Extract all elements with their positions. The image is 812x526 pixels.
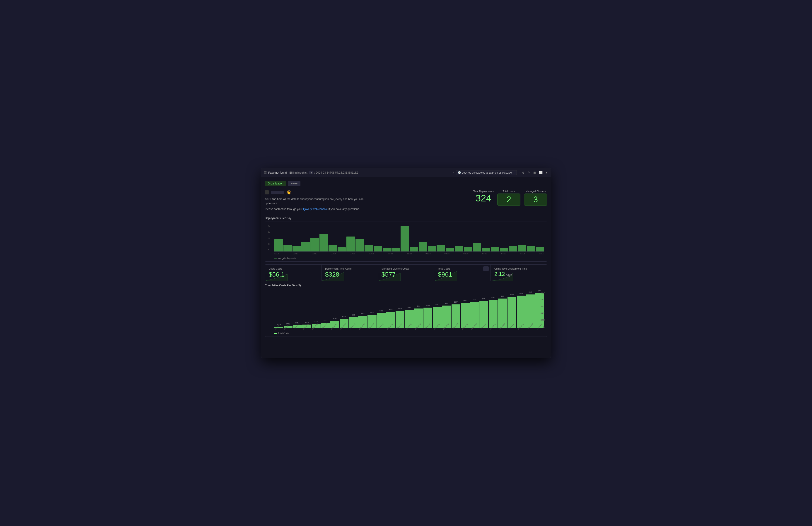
- deployment-bar-2: [292, 246, 301, 252]
- breadcrumb-hash: ■: [309, 171, 314, 174]
- deployment-bar-25: [500, 248, 508, 252]
- breadcrumb: Page not found › Billing insights / ■ / …: [268, 171, 358, 174]
- x-label-dep-2: 02/12: [312, 253, 317, 255]
- breadcrumb-sep2: /: [307, 171, 308, 174]
- refresh-icon[interactable]: ↻: [527, 170, 531, 175]
- toolbar-right: ‹ 🕐 2024-02-08 00:00:00 to 2024-03-08 00…: [453, 170, 548, 175]
- deployment-bar-18: [437, 245, 445, 252]
- deployment-bar-9: [356, 239, 364, 252]
- cumulative-bar-label-9: $323: [361, 313, 364, 314]
- legend-color-deployments: [274, 258, 277, 258]
- deployments-chart-title: Deployments Per Day: [265, 216, 547, 220]
- deployment-bar-26: [509, 246, 517, 252]
- cumulative-bar-24: $809: [498, 299, 507, 328]
- y-label-20: 20: [268, 237, 270, 239]
- cost-total-value: $961: [438, 271, 487, 278]
- y-label-0: 0: [268, 249, 270, 252]
- legend-color-cumulative: [274, 333, 277, 334]
- hamburger-icon[interactable]: ☰: [264, 171, 267, 175]
- time-range-selector[interactable]: 🕐 2024-02-08 00:00:00 to 2024-03-08 00:0…: [456, 170, 517, 175]
- deployment-bar-29: [536, 247, 544, 252]
- cumulative-bar-21: $710: [470, 302, 479, 328]
- cumulative-bar-label-10: $357: [370, 312, 374, 313]
- cumulative-bar-label-15: $533: [417, 305, 420, 307]
- breadcrumb-billing: Billing insights: [289, 171, 306, 174]
- deployment-bar-7: [337, 247, 346, 252]
- deployments-chart-section: Deployments Per Day 40 30 20 10 0 02/080…: [265, 216, 547, 262]
- cumulative-bar-26: $891: [517, 296, 526, 328]
- toolbar: ☰ Page not found › Billing insights / ■ …: [261, 168, 551, 177]
- deployments-bar-chart: 40 30 20 10 0 02/0802/1002/1202/1402/160…: [265, 222, 547, 262]
- cost-users-card: Users Costs $56.1: [265, 265, 321, 281]
- cumulative-bar-label-20: $680: [464, 300, 467, 301]
- app-window: ☰ Page not found › Billing insights / ■ …: [261, 168, 551, 358]
- deployment-bar-27: [518, 245, 526, 252]
- deployment-bar-0: [274, 239, 283, 252]
- x-label-dep-4: 02/16: [350, 253, 355, 255]
- tab-second[interactable]: ■■■■: [288, 181, 301, 186]
- stat-managed-clusters: Managed Clusters 3: [524, 190, 547, 206]
- cumulative-bar-22: $741: [479, 301, 488, 328]
- cumul-y-600: $600: [540, 305, 545, 307]
- deployment-bar-24: [491, 247, 499, 252]
- expand-icon[interactable]: ⊞: [533, 170, 536, 175]
- breadcrumb-page: Page not found: [268, 171, 287, 174]
- monitor-icon[interactable]: ⬜: [538, 170, 543, 175]
- deployment-bar-4: [310, 238, 319, 252]
- dropdown-icon[interactable]: ▾: [545, 170, 548, 175]
- x-label-dep-14: 03/07: [539, 253, 544, 255]
- cumulative-bar-label-14: $501: [408, 306, 411, 308]
- cumulative-x-labels: 2024-02-082024-02-092024-02-102024-02-11…: [274, 328, 544, 331]
- breadcrumb-sep1: ›: [288, 171, 288, 174]
- deployments-x-labels: 02/0802/1002/1202/1402/1602/1802/2002/22…: [274, 252, 544, 256]
- qovery-console-link[interactable]: Qovery web console: [303, 208, 328, 211]
- stat-total-deployments-value: 324: [473, 194, 494, 203]
- legend-text-cumulative: Total Costs: [278, 332, 289, 335]
- deployment-bar-21: [464, 247, 472, 252]
- org-contact: Please contact us through your Qovery we…: [265, 207, 374, 211]
- cumulative-bar-label-21: $710: [473, 299, 477, 301]
- zoom-icon[interactable]: ⊕: [521, 170, 525, 175]
- nav-next-icon[interactable]: ›: [519, 171, 520, 174]
- x-label-dep-10: 02/28: [463, 253, 468, 255]
- cumulative-bar-20: $680: [461, 303, 470, 328]
- cost-deployment-time-card: Deployment Time Costs $328: [321, 265, 378, 281]
- nav-prev-icon[interactable]: ‹: [453, 171, 454, 174]
- org-description: You'll find here all the details about y…: [265, 197, 374, 206]
- deployment-bar-8: [346, 237, 355, 251]
- contact-prefix: Please contact us through your: [265, 208, 302, 211]
- cumulative-bar-label-25: $858: [510, 294, 513, 295]
- deployment-bar-17: [428, 246, 436, 252]
- x-label-dep-7: 02/22: [407, 253, 412, 255]
- deployment-bar-15: [410, 247, 418, 252]
- cumulative-bar-label-22: $741: [482, 298, 486, 299]
- x-label-dep-6: 02/20: [388, 253, 393, 255]
- cumul-y-1k: $1K: [540, 292, 545, 294]
- org-info: 👋 You'll find here all the details about…: [265, 190, 374, 213]
- cumulative-deployment-number: 2.12: [494, 271, 505, 277]
- tab-organization[interactable]: Organization: [265, 181, 286, 186]
- cumulative-bar-chart: $21.8$43.7$65.5$87.3$109$131$193$237$288…: [265, 289, 547, 337]
- cumulative-bar-label-7: $237: [342, 316, 346, 318]
- cumulative-bar-label-26: $891: [519, 292, 523, 294]
- cost-managed-clusters-card: Managed Clusters Costs $577: [378, 265, 434, 281]
- deployments-bars: [274, 225, 544, 252]
- stat-total-deployments-label: Total Deployments: [473, 190, 494, 193]
- stat-managed-clusters-value: 3: [533, 196, 538, 204]
- cumulative-bar-label-6: $193: [333, 318, 337, 319]
- more-options-button[interactable]: ⋮: [483, 266, 489, 271]
- contact-suffix: if you have any questions.: [329, 208, 360, 211]
- org-header: 👋: [265, 190, 374, 195]
- cost-deployment-time-value: $328: [325, 271, 374, 278]
- stat-total-deployments: Total Deployments 324: [473, 190, 494, 206]
- cumulative-bar-25: $858: [508, 297, 516, 328]
- wave-icon: 👋: [286, 190, 291, 195]
- stat-total-users-value: 2: [507, 196, 511, 204]
- deployment-bar-20: [455, 246, 463, 252]
- cumul-y-0: $0: [540, 326, 545, 328]
- deployment-bar-19: [446, 248, 454, 252]
- costs-row: Users Costs $56.1 Deployment Time Costs …: [265, 264, 547, 281]
- cumul-y-400: $400: [540, 312, 545, 314]
- stat-managed-clusters-box: 3: [524, 194, 547, 206]
- org-logo: [265, 190, 269, 194]
